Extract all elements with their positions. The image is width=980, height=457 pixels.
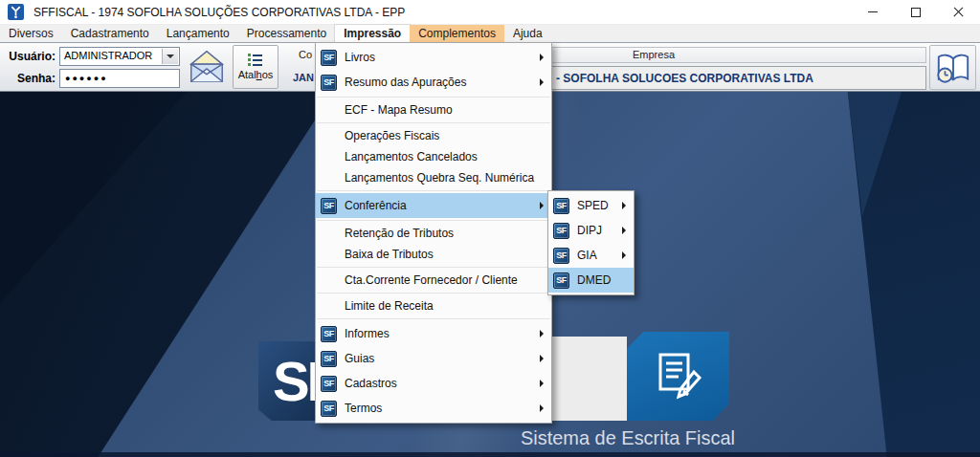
- conferencia-submenu: SFSPEDSFDIPJSFGIASFDMED: [547, 190, 635, 295]
- banner-blue-tile: [627, 332, 729, 421]
- sf-icon: SF: [553, 248, 569, 264]
- submenu-arrow-icon: [622, 227, 626, 234]
- help-book-button[interactable]: [929, 45, 976, 90]
- combobox-dropdown-button[interactable]: [162, 49, 178, 64]
- menu-item-label: Resumo das Apurações: [345, 76, 466, 89]
- menubar-item-processamento[interactable]: Processamento: [238, 25, 335, 42]
- menu-item-lancamentos-cancelados[interactable]: SFLançamentos Cancelados: [316, 146, 551, 167]
- submenu-item-sped[interactable]: SFSPED: [548, 193, 634, 218]
- menu-item-label: Conferência: [345, 199, 407, 212]
- submenu-arrow-icon: [540, 54, 544, 61]
- submenu-item-label: GIA: [577, 249, 597, 262]
- shortcuts-button-label: Atalhos: [238, 69, 274, 80]
- submenu-arrow-icon: [540, 330, 544, 337]
- titlebar: SFFISCAL - 1974 SOFOLHA SOLUÇÕES CORPORA…: [0, 0, 980, 25]
- menu-item-label: Baixa de Tributos: [345, 248, 434, 261]
- menu-item-label: Cta.Corrente Fornecedor / Cliente: [345, 273, 518, 287]
- minimize-button[interactable]: [851, 0, 894, 25]
- menubar: DiversosCadastramentoLançamentoProcessam…: [0, 25, 980, 42]
- menubar-item-diversos[interactable]: Diversos: [0, 25, 62, 42]
- menu-item-termos[interactable]: SFTermos: [316, 396, 551, 421]
- menu-item-lancamentos-quebra-seq-numerica[interactable]: SFLançamentos Quebra Seq. Numérica: [316, 167, 551, 188]
- sf-icon: SF: [553, 198, 569, 214]
- menu-item-retencao-de-tributos[interactable]: SFRetenção de Tributos: [316, 223, 551, 244]
- sf-icon: SF: [321, 75, 337, 91]
- menu-item-label: Cadastros: [345, 377, 397, 390]
- sf-icon: SF: [321, 376, 337, 392]
- menu-separator: [317, 267, 550, 268]
- submenu-item-label: SPED: [577, 199, 609, 212]
- menu-item-label: Guias: [345, 352, 374, 365]
- menu-item-label: Operações Fiscais: [345, 129, 439, 142]
- sf-icon: SF: [321, 401, 337, 417]
- menu-item-label: Informes: [345, 327, 390, 340]
- submenu-arrow-icon: [540, 355, 544, 362]
- close-button[interactable]: [937, 0, 980, 25]
- submenu-item-gia[interactable]: SFGIA: [548, 243, 634, 268]
- sf-icon: SF: [553, 223, 569, 239]
- password-field[interactable]: ●●●●●●: [59, 69, 180, 88]
- background-caption: Sistema de Escrita Fiscal: [521, 426, 735, 449]
- window-title: SFFISCAL - 1974 SOFOLHA SOLUÇÕES CORPORA…: [33, 6, 405, 19]
- background-bottom-strip: [0, 452, 980, 457]
- company-value: - SOFOLHA SOLUCOES CORPORATIVAS LTDA: [556, 72, 813, 85]
- password-label: Senha:: [0, 70, 56, 88]
- user-combobox[interactable]: ADMINISTRADOR: [59, 47, 180, 66]
- menu-item-label: Termos: [345, 402, 382, 415]
- submenu-arrow-icon: [622, 251, 626, 259]
- menu-separator: [317, 190, 550, 191]
- sf-icon: SF: [321, 326, 337, 342]
- menubar-item-ajuda[interactable]: Ajuda: [504, 25, 551, 42]
- menu-separator: [317, 318, 550, 319]
- menu-separator: [317, 220, 550, 221]
- shortcuts-button[interactable]: Atalhos: [233, 45, 278, 89]
- submenu-item-label: DMED: [577, 273, 611, 287]
- book-compass-icon: [935, 50, 971, 86]
- submenu-arrow-icon: [540, 380, 544, 387]
- menu-item-livros[interactable]: SFLivros: [316, 45, 551, 70]
- menu-item-informes[interactable]: SFInformes: [316, 321, 551, 346]
- menu-item-cta-corrente-fornecedor-cliente[interactable]: SFCta.Corrente Fornecedor / Cliente: [316, 270, 551, 291]
- menu-item-label: Lançamentos Cancelados: [345, 150, 478, 163]
- menu-item-cadastros[interactable]: SFCadastros: [316, 371, 551, 396]
- maximize-button[interactable]: [894, 0, 937, 25]
- period-header-fragment: Co: [299, 49, 312, 60]
- envelope-icon: [187, 47, 227, 87]
- sf-icon: SF: [553, 272, 569, 289]
- submenu-arrow-icon: [540, 404, 544, 412]
- menu-item-baixa-de-tributos[interactable]: SFBaixa de Tributos: [316, 244, 551, 265]
- menubar-item-complementos[interactable]: Complementos: [410, 25, 504, 42]
- menu-item-ecf-mapa-resumo[interactable]: SFECF - Mapa Resumo: [316, 99, 551, 120]
- sf-icon: SF: [321, 50, 337, 66]
- menubar-item-impressao[interactable]: Impressão: [335, 25, 410, 42]
- password-value: ●●●●●●: [65, 74, 108, 83]
- menu-item-conferencia[interactable]: SFConferência: [316, 193, 551, 218]
- chevron-down-icon: [167, 54, 174, 58]
- menu-separator: [317, 97, 550, 98]
- app-icon: [8, 4, 24, 20]
- menu-separator: [317, 122, 550, 123]
- period-value-fragment: JAN: [293, 72, 314, 83]
- menu-item-label: Livros: [345, 51, 375, 64]
- mail-button[interactable]: [186, 46, 228, 88]
- user-label: Usuário:: [0, 48, 56, 66]
- menu-item-limite-de-receita[interactable]: SFLimite de Receita: [316, 295, 551, 316]
- user-combobox-value: ADMINISTRADOR: [64, 50, 152, 61]
- menubar-item-lancamento[interactable]: Lançamento: [158, 25, 238, 42]
- menu-item-operacoes-fiscais[interactable]: SFOperações Fiscais: [316, 125, 551, 146]
- list-icon: [248, 54, 263, 66]
- document-pen-icon: [649, 350, 708, 403]
- maximize-icon: [911, 8, 921, 17]
- submenu-item-dmed[interactable]: SFDMED: [548, 268, 634, 293]
- menu-item-guias[interactable]: SFGuias: [316, 346, 551, 371]
- submenu-arrow-icon: [540, 202, 544, 209]
- submenu-arrow-icon: [622, 202, 626, 209]
- menu-item-label: Limite de Receita: [345, 299, 434, 313]
- menubar-item-cadastramento[interactable]: Cadastramento: [62, 25, 158, 42]
- submenu-item-dipj[interactable]: SFDIPJ: [548, 218, 634, 243]
- impressao-menu: SFLivrosSFResumo das ApuraçõesSFECF - Ma…: [315, 42, 552, 424]
- submenu-arrow-icon: [540, 78, 544, 86]
- sf-icon: SF: [321, 351, 337, 367]
- menu-item-resumo-das-apuracoes[interactable]: SFResumo das Apurações: [316, 70, 551, 95]
- minimize-icon: [868, 11, 878, 12]
